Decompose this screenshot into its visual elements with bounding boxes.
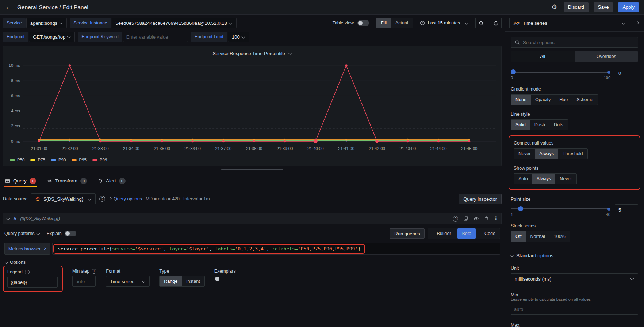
show-points-auto[interactable]: Auto	[514, 174, 532, 184]
legend-item-P50[interactable]: P50	[10, 158, 24, 162]
min-input[interactable]	[511, 304, 638, 315]
x-axis-label: 21:40:00	[307, 146, 324, 151]
gradient-opacity[interactable]: Opacity	[531, 95, 555, 105]
endpoint-dropdown[interactable]: GET:/songs/top	[29, 32, 75, 42]
discard-button[interactable]: Discard	[564, 2, 589, 12]
gear-icon[interactable]: ⚙	[552, 3, 557, 11]
datasource-picker[interactable]: ${DS_SkyWalking}	[31, 193, 96, 204]
visualization-picker[interactable]: Time series	[509, 18, 629, 28]
legend-item-P99[interactable]: P99	[92, 158, 107, 162]
actual-option[interactable]: Actual	[391, 18, 413, 28]
gradient-mode-field: Gradient mode None Opacity Hue Scheme	[511, 86, 638, 105]
explain-toggle[interactable]	[65, 231, 76, 236]
stack-normal[interactable]: Normal	[526, 231, 549, 242]
fill-opacity-slider[interactable]	[511, 69, 610, 74]
line-style-dots[interactable]: Dots	[549, 120, 568, 130]
datasource-help-icon[interactable]: ?	[99, 196, 105, 202]
connect-nulls-threshold[interactable]: Threshold	[558, 149, 587, 159]
panel-title-menu[interactable]: Service Response Time Percentile	[6, 49, 498, 57]
table-view-toggle[interactable]	[357, 20, 369, 26]
query-patterns-dropdown[interactable]: Query patterns	[4, 231, 40, 236]
slider-track[interactable]	[511, 72, 610, 73]
duplicate-icon[interactable]	[463, 216, 468, 221]
connect-nulls-always[interactable]: Always	[535, 149, 558, 159]
trash-icon[interactable]	[484, 216, 489, 221]
service-instance-dropdown[interactable]: 5eed0e5758a244aca6e7699415d360aa@10.52.0…	[112, 18, 237, 28]
gradient-none[interactable]: None	[511, 95, 531, 105]
point-size-label: Point size	[511, 197, 638, 202]
endpoint-keyword-input[interactable]	[123, 32, 188, 42]
options-search-input[interactable]	[523, 40, 634, 45]
info-icon[interactable]: i	[25, 270, 30, 274]
query-expression-input[interactable]: service_percentile{service='$service', l…	[52, 243, 500, 255]
fill-option[interactable]: Fill	[376, 18, 391, 28]
stack-100[interactable]: 100%	[549, 231, 570, 242]
chevron-down-icon	[622, 21, 625, 24]
query-inspector-button[interactable]: Query inspector	[459, 194, 502, 204]
info-icon[interactable]: i	[92, 269, 96, 274]
apply-button[interactable]: Apply	[618, 2, 639, 12]
metrics-query-row: Metrics browser service_percentile{servi…	[3, 243, 502, 255]
min-step-field: Min stepi	[72, 269, 96, 287]
response-time-chart[interactable]: 0 ms2 ms4 ms6 ms8 ms10 ms21:31:0021:32:0…	[6, 57, 498, 155]
format-select[interactable]: Time series	[106, 276, 150, 287]
back-arrow-icon[interactable]: ←	[5, 3, 12, 11]
standard-options-toggle[interactable]: Standard options	[511, 253, 638, 258]
tab-query[interactable]: Query 1	[4, 175, 37, 187]
drag-handle-icon[interactable]: ⠿	[494, 216, 498, 221]
unit-select[interactable]: milliseconds (ms)	[511, 273, 638, 284]
endpoint-limit-dropdown[interactable]: 100	[228, 32, 249, 42]
options-section-toggle[interactable]: Options	[3, 260, 502, 265]
expr-token: }	[358, 246, 361, 251]
gradient-hue[interactable]: Hue	[555, 95, 572, 105]
stack-off[interactable]: Off	[511, 231, 526, 242]
legend-item-P90[interactable]: P90	[51, 158, 66, 162]
gradient-scheme[interactable]: Scheme	[572, 95, 598, 105]
show-points-never[interactable]: Never	[555, 174, 576, 184]
run-queries-button[interactable]: Run queries	[390, 228, 425, 239]
eye-icon[interactable]	[474, 216, 479, 222]
horizontal-scrollbar[interactable]	[221, 169, 283, 170]
type-instant[interactable]: Instant	[182, 276, 204, 286]
search-icon	[515, 40, 520, 45]
tab-all[interactable]: All	[511, 51, 575, 62]
options-scroll-area[interactable]: All Overrides 0 100 0 Gradient mode None	[505, 32, 644, 327]
slider-min-label: 1	[511, 212, 513, 217]
query-options-toggle[interactable]: Query options	[109, 196, 142, 201]
show-points-always[interactable]: Always	[532, 174, 556, 184]
legend-item-P95[interactable]: P95	[72, 158, 86, 162]
type-range[interactable]: Range	[160, 276, 182, 286]
code-option[interactable]: Code	[480, 228, 500, 239]
line-style-solid[interactable]: Solid	[511, 120, 530, 130]
min-step-input[interactable]	[72, 276, 96, 287]
tab-overrides[interactable]: Overrides	[575, 51, 639, 62]
slider-track[interactable]	[511, 208, 610, 209]
tab-transform[interactable]: Transform 0	[46, 175, 88, 187]
help-icon[interactable]: ?	[453, 216, 458, 222]
connect-nulls-never[interactable]: Never	[514, 149, 535, 159]
save-button[interactable]: Save	[594, 2, 613, 12]
metrics-browser-button[interactable]: Metrics browser	[4, 243, 50, 255]
line-style-dash[interactable]: Dash	[530, 120, 549, 130]
builder-option[interactable]: BuilderBeta	[428, 228, 480, 239]
refresh-button[interactable]	[490, 18, 502, 28]
exemplars-field: Exemplars	[214, 269, 236, 276]
point-size-value-input[interactable]: 5	[615, 204, 638, 215]
visualization-name: Time series	[523, 20, 617, 26]
legend-item-P75[interactable]: P75	[30, 158, 45, 162]
slider-handle[interactable]	[511, 69, 516, 74]
fill-opacity-value-input[interactable]: 0	[615, 68, 638, 78]
collapse-query-icon[interactable]	[7, 216, 10, 220]
service-dropdown[interactable]: agent::songs	[26, 18, 67, 28]
endpoint-label: Endpoint	[3, 32, 28, 42]
zoom-out-time-button[interactable]	[475, 18, 487, 28]
query-header-row[interactable]: A (${DS_SkyWalking}) ? ⠿	[3, 213, 502, 224]
slider-handle[interactable]	[518, 206, 523, 211]
point-size-slider[interactable]	[511, 206, 610, 211]
time-range-picker[interactable]: Last 15 minutes	[416, 18, 472, 28]
collapse-pane-button[interactable]	[632, 22, 640, 25]
tab-alert[interactable]: Alert 0	[97, 175, 126, 187]
datasource-row: Data source ${DS_SkyWalking} ? Query opt…	[3, 193, 502, 205]
legend-input[interactable]	[7, 277, 58, 288]
options-search[interactable]	[511, 37, 638, 48]
